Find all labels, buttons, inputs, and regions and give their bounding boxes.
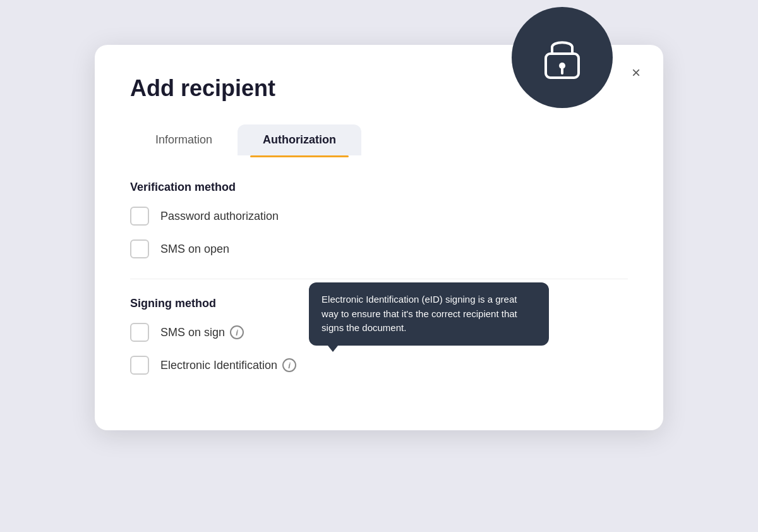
electronic-id-checkbox[interactable] — [130, 356, 149, 375]
sms-on-sign-checkbox[interactable] — [130, 323, 149, 342]
password-auth-label: Password authorization — [160, 210, 279, 223]
sms-on-sign-label: SMS on sign — [160, 326, 225, 339]
verification-label: Verification method — [130, 181, 628, 194]
electronic-id-info-icon[interactable]: i — [282, 358, 296, 372]
verification-section: Verification method Password authorizati… — [130, 181, 628, 258]
sms-on-open-checkbox[interactable] — [130, 239, 149, 258]
sms-on-open-label: SMS on open — [160, 243, 229, 256]
eid-info-container: i Electronic Identification (eID) signin… — [277, 358, 296, 372]
lock-icon — [512, 7, 613, 108]
sms-on-sign-option[interactable]: SMS on sign i — [130, 323, 628, 342]
tab-information[interactable]: Information — [130, 124, 238, 155]
close-button[interactable]: × — [629, 63, 643, 83]
tab-authorization[interactable]: Authorization — [238, 124, 361, 155]
signing-section: Signing method SMS on sign i Electronic … — [130, 297, 628, 375]
password-auth-option[interactable]: Password authorization — [130, 207, 628, 226]
tab-bar: Information Authorization — [130, 124, 628, 155]
sms-on-sign-info-icon[interactable]: i — [230, 325, 244, 339]
section-divider — [130, 279, 628, 279]
password-auth-checkbox[interactable] — [130, 207, 149, 226]
electronic-id-label: Electronic Identification — [160, 359, 277, 372]
electronic-id-option[interactable]: Electronic Identification i Electronic I… — [130, 356, 628, 375]
sms-on-open-option[interactable]: SMS on open — [130, 239, 628, 258]
signing-label: Signing method — [130, 297, 628, 310]
